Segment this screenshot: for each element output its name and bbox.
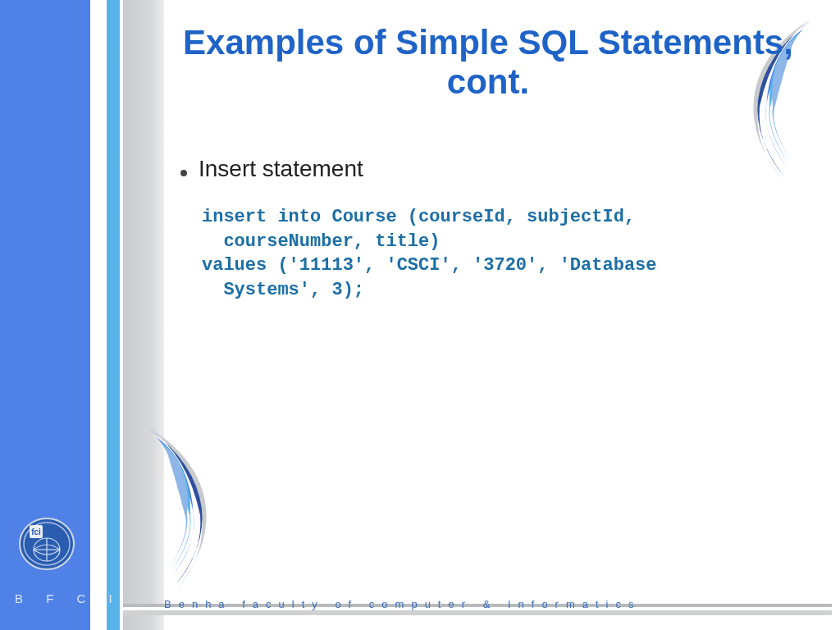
content-area: Insert statement insert into Course (cou…: [180, 156, 788, 303]
slide: Examples of Simple SQL Statements, cont.…: [0, 0, 840, 630]
sidebar-cyan: [107, 0, 120, 630]
bfci-logo: fci: [18, 515, 75, 573]
bullet-text: Insert statement: [199, 156, 363, 182]
side-label: B F C I: [15, 591, 122, 605]
footer-text: Benha faculty of computer & Informatics: [164, 598, 641, 610]
swoosh-decoration-bottom: [128, 417, 251, 597]
bullet-dot-icon: [180, 170, 187, 176]
logo-text-icon: fci: [31, 527, 41, 536]
bullet-item: Insert statement: [180, 156, 788, 182]
sql-code-block: insert into Course (courseId, subjectId,…: [202, 205, 788, 303]
slide-title: Examples of Simple SQL Statements, cont.: [164, 23, 812, 103]
